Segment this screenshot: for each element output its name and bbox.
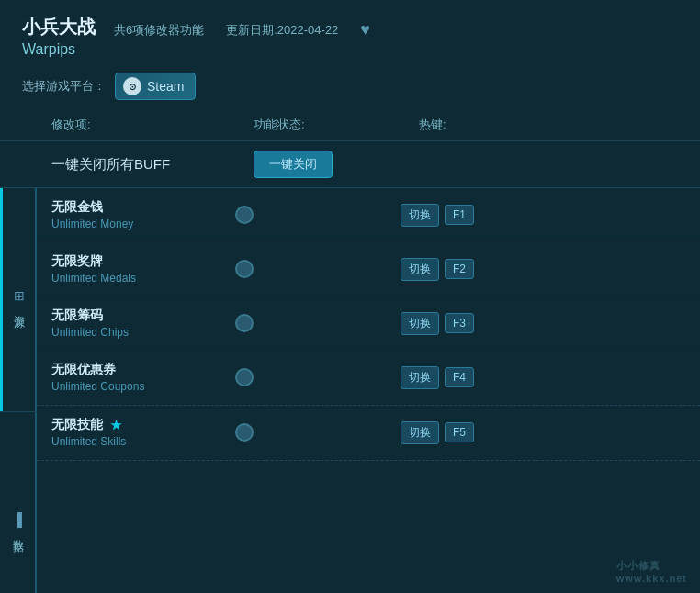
- steam-button[interactable]: ⊙ Steam: [115, 73, 196, 100]
- page-header: 小兵大战 共6项修改器功能 更新日期:2022-04-22 ♥ Warpips: [0, 0, 700, 67]
- hotkey-tag-5b[interactable]: F5: [445, 422, 474, 442]
- list-item: 无限优惠券 Unlimited Coupons 切换 F4: [37, 351, 700, 405]
- list-item: 无限金钱 Unlimited Money 切换 F1: [37, 188, 700, 242]
- mod-name-cn-1: 无限金钱: [51, 199, 235, 216]
- hotkey-tag-5a[interactable]: 切换: [401, 421, 439, 444]
- star-icon-5: ★: [110, 418, 122, 432]
- sidebar-label-resources: 资源: [11, 307, 27, 310]
- hotkey-tag-1b[interactable]: F1: [445, 205, 474, 225]
- sidebar-section-resources[interactable]: ⊞ 资源: [0, 188, 37, 411]
- mod-name-en-5: Unlimited Skills: [51, 435, 126, 448]
- hotkey-tag-2b[interactable]: F2: [445, 259, 474, 279]
- hotkey-tag-3a[interactable]: 切换: [401, 312, 439, 335]
- mod-name-en-2: Unlimited Medals: [51, 272, 235, 285]
- mod-name-en-1: Unlimited Money: [51, 218, 235, 230]
- hotkey-tag-4a[interactable]: 切换: [401, 366, 439, 389]
- title-block: 小兵大战 共6项修改器功能 更新日期:2022-04-22 ♥ Warpips: [22, 15, 370, 58]
- platform-row: 选择游戏平台： ⊙ Steam: [0, 67, 700, 113]
- toggle-1[interactable]: [235, 206, 254, 224]
- steam-logo-icon: ⊙: [123, 77, 141, 95]
- data-icon: ▐: [13, 512, 22, 527]
- hotkey-tag-3b[interactable]: F3: [445, 313, 474, 333]
- toggle-3[interactable]: [235, 314, 254, 332]
- steam-label: Steam: [147, 79, 184, 94]
- one-key-row: 一键关闭所有BUFF 一键关闭: [0, 141, 700, 188]
- resources-icon: ⊞: [14, 288, 25, 303]
- mod-name-cn-4: 无限优惠券: [51, 362, 235, 378]
- one-key-label: 一键关闭所有BUFF: [51, 156, 254, 173]
- section-data: 无限技能 ★ Unlimited Skills 切换 F5: [37, 406, 700, 461]
- toggle-2[interactable]: [235, 260, 254, 278]
- mod-name-en-4: Unlimited Coupons: [51, 380, 235, 393]
- column-headers: 修改项: 功能状态: 热键:: [0, 113, 700, 141]
- watermark-line1: 小小修真: [616, 559, 687, 573]
- list-item: 无限技能 ★ Unlimited Skills 切换 F5: [37, 406, 700, 460]
- mod-name-cn-2: 无限奖牌: [51, 253, 235, 270]
- game-title-en: Warpips: [22, 41, 370, 58]
- one-key-button[interactable]: 一键关闭: [254, 151, 333, 178]
- mod-list: 无限金钱 Unlimited Money 切换 F1 无限奖牌 Unlimite…: [37, 188, 700, 593]
- col-header-hotkey: 热键:: [419, 117, 678, 133]
- update-date: 更新日期:2022-04-22: [226, 22, 338, 39]
- header-meta: 共6项修改器功能 更新日期:2022-04-22 ♥: [114, 20, 370, 39]
- col-header-mod: 修改项:: [51, 117, 254, 133]
- mod-name-cn-5: 无限技能 ★: [51, 417, 126, 433]
- sidebar: ⊞ 资源 ▐ 数据: [0, 188, 37, 593]
- main-content: ⊞ 资源 ▐ 数据 无限金钱 Unlimited Money 切换: [0, 188, 700, 593]
- col-header-status: 功能状态:: [254, 117, 419, 133]
- sidebar-label-data: 数据: [10, 531, 26, 534]
- watermark-line2: www.kkx.net: [616, 573, 687, 584]
- mod-name-en-3: Unlimited Chips: [51, 326, 235, 339]
- game-title-cn: 小兵大战: [22, 15, 96, 39]
- mod-count: 共6项修改器功能: [114, 22, 204, 39]
- sidebar-section-data[interactable]: ▐ 数据: [0, 412, 37, 594]
- mod-name-cn-3: 无限筹码: [51, 308, 235, 324]
- hotkey-tag-2a[interactable]: 切换: [401, 258, 439, 281]
- watermark: 小小修真 www.kkx.net: [616, 559, 687, 584]
- list-item: 无限筹码 Unlimited Chips 切换 F3: [37, 296, 700, 351]
- toggle-4[interactable]: [235, 368, 254, 386]
- heart-icon[interactable]: ♥: [360, 20, 370, 39]
- platform-label: 选择游戏平台：: [22, 78, 106, 95]
- hotkey-tag-4b[interactable]: F4: [445, 367, 474, 387]
- list-item: 无限奖牌 Unlimited Medals 切换 F2: [37, 242, 700, 296]
- hotkey-tag-1a[interactable]: 切换: [401, 204, 439, 227]
- section-resources: 无限金钱 Unlimited Money 切换 F1 无限奖牌 Unlimite…: [37, 188, 700, 406]
- toggle-5[interactable]: [235, 423, 254, 442]
